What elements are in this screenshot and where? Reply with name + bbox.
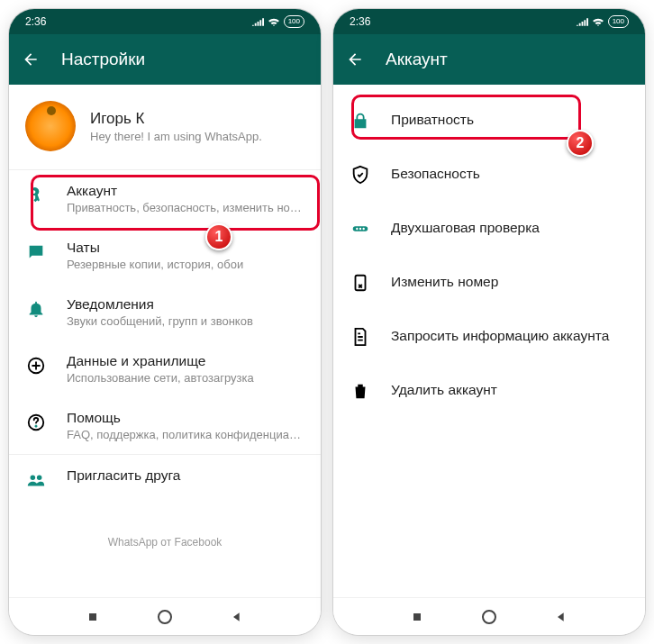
nav-back-icon[interactable] <box>554 610 568 624</box>
phone-account: 2:36 100 Аккаунт Приватность Безопасност… <box>333 9 645 635</box>
item-sub: Приватность, безопасность, изменить номе… <box>67 201 304 214</box>
settings-item-account[interactable]: Аккаунт Приватность, безопасность, измен… <box>9 170 321 227</box>
bell-icon <box>25 298 47 320</box>
data-icon <box>25 355 47 376</box>
android-navbar <box>333 597 645 635</box>
page-title: Аккаунт <box>386 50 448 69</box>
back-icon[interactable] <box>346 50 364 68</box>
nav-recent-icon[interactable] <box>86 610 100 624</box>
account-item-changenum[interactable]: Изменить номер <box>333 256 645 310</box>
status-time: 2:36 <box>350 15 370 28</box>
app-bar: Настройки <box>9 34 321 85</box>
lock-icon <box>350 110 371 132</box>
item-title: Уведомления <box>67 296 304 313</box>
trash-icon <box>350 380 371 402</box>
sim-icon <box>350 272 371 294</box>
nav-back-icon[interactable] <box>230 610 244 624</box>
key-icon <box>25 185 47 206</box>
item-title: Помощь <box>67 410 304 426</box>
settings-item-invite[interactable]: Пригласить друга <box>9 455 321 503</box>
item-title: Приватность <box>391 112 474 128</box>
item-title: Изменить номер <box>391 274 498 290</box>
signal-icon <box>251 17 264 26</box>
item-title: Запросить информацию аккаунта <box>391 328 609 344</box>
settings-item-chats[interactable]: Чаты Резервные копии, история, обои <box>9 227 321 284</box>
nav-home-icon[interactable] <box>482 610 496 624</box>
item-title: Удалить аккаунт <box>391 382 497 398</box>
svg-rect-10 <box>89 613 96 621</box>
item-title: Двухшаговая проверка <box>391 220 540 236</box>
status-bar: 2:36 100 <box>9 9 321 34</box>
item-sub: Использование сети, автозагрузка <box>67 371 304 385</box>
item-sub: Резервные копии, история, обои <box>67 258 304 271</box>
account-item-delete[interactable]: Удалить аккаунт <box>333 364 645 418</box>
status-icons: 100 <box>251 15 304 28</box>
page-title: Настройки <box>61 50 145 69</box>
back-icon[interactable] <box>22 50 40 68</box>
status-bar: 2:36 100 <box>333 9 645 34</box>
settings-item-help[interactable]: Помощь FAQ, поддержка, политика конфиден… <box>9 397 321 454</box>
account-item-request[interactable]: Запросить информацию аккаунта <box>333 310 645 364</box>
item-sub: FAQ, поддержка, политика конфиденциальн… <box>67 428 304 441</box>
item-sub: Звуки сообщений, групп и звонков <box>67 314 304 328</box>
dots-icon <box>350 218 371 240</box>
battery-icon: 100 <box>284 15 304 28</box>
profile-name: Игорь К <box>90 110 304 128</box>
android-navbar <box>9 597 321 635</box>
item-title: Пригласить друга <box>67 467 304 484</box>
battery-icon: 100 <box>608 15 629 28</box>
account-content: Приватность Безопасность Двухшаговая про… <box>333 85 645 597</box>
chat-icon <box>25 241 47 263</box>
settings-item-data[interactable]: Данные и хранилище Использование сети, а… <box>9 340 321 397</box>
item-title: Аккаунт <box>67 183 304 199</box>
shield-icon <box>350 164 371 186</box>
signal-icon <box>576 17 588 26</box>
status-time: 2:36 <box>25 15 46 28</box>
wifi-icon <box>592 17 604 26</box>
account-item-privacy[interactable]: Приватность <box>333 94 645 148</box>
profile-status: Hey there! I am using WhatsApp. <box>90 130 304 143</box>
doc-icon <box>350 326 371 348</box>
footer-text: WhatsApp от Facebook <box>9 503 321 563</box>
account-item-security[interactable]: Безопасность <box>333 148 645 202</box>
item-title: Чаты <box>67 240 304 256</box>
app-bar: Аккаунт <box>333 34 645 85</box>
avatar <box>25 101 76 151</box>
people-icon <box>25 469 47 491</box>
profile-row[interactable]: Игорь К Hey there! I am using WhatsApp. <box>9 85 321 169</box>
help-icon <box>25 412 47 433</box>
settings-content: Игорь К Hey there! I am using WhatsApp. … <box>9 85 321 597</box>
wifi-icon <box>268 17 280 26</box>
settings-item-notifications[interactable]: Уведомления Звуки сообщений, групп и зво… <box>9 284 321 340</box>
svg-rect-11 <box>413 613 421 621</box>
item-title: Данные и хранилище <box>67 353 304 369</box>
item-title: Безопасность <box>391 166 480 182</box>
phone-settings: 2:36 100 Настройки Игорь К Hey there! I … <box>9 9 321 635</box>
account-item-twostep[interactable]: Двухшаговая проверка <box>333 202 645 256</box>
status-icons: 100 <box>576 15 629 28</box>
nav-home-icon[interactable] <box>158 610 172 624</box>
nav-recent-icon[interactable] <box>410 610 424 624</box>
